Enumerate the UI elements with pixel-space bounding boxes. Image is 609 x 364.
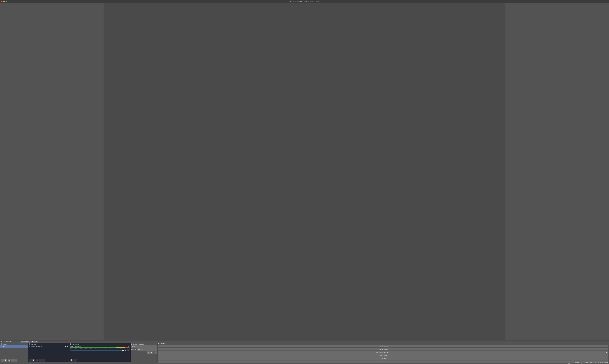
start-streaming-button[interactable]: Start Streaming (158, 345, 608, 347)
transitions-header[interactable]: Scene Transitions (131, 343, 158, 345)
mixer-channel-level: 0.0 dB (126, 346, 130, 347)
mixer-channel-name: UNIFY Stream Mix (70, 346, 81, 347)
mixer-menu-button[interactable] (127, 349, 130, 351)
meter-tick: -25 (105, 348, 106, 349)
gear-icon (36, 359, 38, 361)
sources-list[interactable]: UNIFY Stream Mix (28, 345, 69, 358)
titlebar: OBS 30.0.2 - Profile: Untitled - Scenes:… (0, 0, 609, 3)
sources-dock: Sources UNIFY Stream Mix (28, 343, 69, 362)
meter-tick: -30 (100, 348, 101, 349)
scene-up-button[interactable] (11, 359, 14, 362)
mixer-volume-slider[interactable] (70, 350, 124, 351)
source-toolbar: No source selected Properties Filters (0, 340, 609, 343)
scene-add-button[interactable] (1, 359, 4, 362)
source-down-button[interactable] (42, 359, 45, 362)
virtual-camera-settings-button[interactable] (606, 351, 608, 354)
scene-down-button[interactable] (14, 359, 17, 362)
transition-select[interactable]: Fade (131, 345, 157, 348)
speaker-icon[interactable] (125, 349, 127, 351)
sources-header[interactable]: Sources (28, 343, 69, 345)
filters-button[interactable]: Filters (31, 341, 38, 343)
preview-canvas[interactable] (104, 3, 505, 340)
chevron-up-icon (40, 359, 41, 361)
lock-icon[interactable] (67, 346, 68, 347)
controls-header[interactable]: Controls (158, 343, 609, 344)
gear-icon (606, 351, 608, 353)
trash-icon (33, 359, 34, 361)
scenes-dock: Scenes Scene (0, 343, 28, 362)
settings-button[interactable]: Settings (158, 357, 608, 360)
meter-tick: -10 (119, 348, 121, 349)
transition-add-button[interactable] (147, 351, 150, 354)
network-icon (569, 363, 570, 364)
transitions-dock: Scene Transitions Fade Duration (131, 343, 158, 362)
preview-area (0, 3, 609, 340)
transition-menu-button[interactable] (154, 351, 157, 354)
start-virtual-camera-button[interactable]: Start Virtual Camera (158, 351, 605, 354)
plus-icon (1, 359, 3, 361)
maximize-icon[interactable] (6, 0, 7, 2)
studio-mode-button[interactable]: Studio Mode (158, 354, 608, 357)
scene-remove-button[interactable] (4, 359, 7, 362)
cpu-usage: CPU: 2.1% (590, 362, 596, 364)
rec-indicator-icon (581, 363, 582, 364)
docks-row: Scenes Scene Sources UNIFY Stream Mix (0, 343, 609, 362)
meter-tick: -15 (115, 348, 116, 349)
dots-vertical-icon (128, 349, 129, 351)
mixer-meter: -60-55-50-45-40-35-30-25-20-15-10-50 (70, 347, 130, 348)
mixer-header[interactable]: Audio Mixer (69, 343, 131, 345)
scene-filter-button[interactable] (8, 359, 11, 362)
source-item[interactable]: UNIFY Stream Mix (28, 345, 69, 348)
mixer-channel: UNIFY Stream Mix 0.0 dB -60-55-50-45-40-… (69, 345, 131, 352)
gear-icon (71, 359, 72, 361)
scene-item[interactable]: Scene (0, 345, 28, 348)
meter-tick: -45 (85, 348, 87, 349)
mixer-menu-button-footer[interactable] (74, 359, 77, 362)
duration-input[interactable] (137, 348, 157, 351)
svg-point-1 (128, 350, 129, 350)
svg-point-3 (128, 351, 129, 351)
svg-point-10 (155, 353, 155, 353)
meter-tick: -50 (80, 348, 82, 349)
svg-point-9 (155, 353, 155, 353)
source-properties-button[interactable] (36, 359, 39, 362)
transition-remove-button[interactable] (150, 351, 153, 354)
split-icon (8, 359, 10, 361)
dock-pop-icon (70, 343, 71, 345)
meter-tick: 0 (129, 348, 129, 349)
window-controls (0, 0, 7, 2)
svg-point-7 (75, 361, 75, 361)
chevron-up-icon (12, 359, 13, 361)
svg-point-2 (128, 350, 129, 350)
plus-icon (29, 359, 31, 361)
gear-icon (21, 341, 23, 342)
meter-tick: -35 (95, 348, 96, 349)
svg-point-5 (75, 360, 75, 360)
source-up-button[interactable] (39, 359, 42, 362)
source-add-button[interactable] (29, 359, 32, 362)
meter-tick: -40 (90, 348, 92, 349)
chevron-down-icon (15, 359, 17, 361)
exit-button[interactable]: Exit (158, 361, 608, 363)
plus-icon (148, 352, 149, 354)
dots-vertical-icon (155, 352, 156, 354)
slider-thumb[interactable] (122, 350, 124, 351)
start-recording-button[interactable]: Start Recording (158, 348, 608, 351)
close-icon[interactable] (1, 0, 2, 2)
meter-tick: -20 (110, 348, 111, 349)
minimize-icon[interactable] (3, 0, 5, 2)
trash-icon (5, 359, 6, 361)
mixer-advanced-button[interactable] (70, 359, 73, 362)
dots-vertical-icon (74, 359, 76, 361)
status-dropdown[interactable] (572, 363, 573, 364)
dock-pop-icon (28, 343, 30, 345)
source-remove-button[interactable] (32, 359, 35, 362)
visibility-icon[interactable] (65, 346, 66, 347)
scenes-header[interactable]: Scenes (0, 343, 28, 345)
scenes-list[interactable]: Scene (0, 345, 28, 358)
meter-tick: -60 (70, 348, 72, 349)
dock-pop-icon (131, 343, 132, 345)
filters-icon (32, 341, 33, 342)
controls-dock: Controls Start Streaming Start Recording… (158, 343, 609, 362)
properties-button[interactable]: Properties (20, 341, 30, 343)
